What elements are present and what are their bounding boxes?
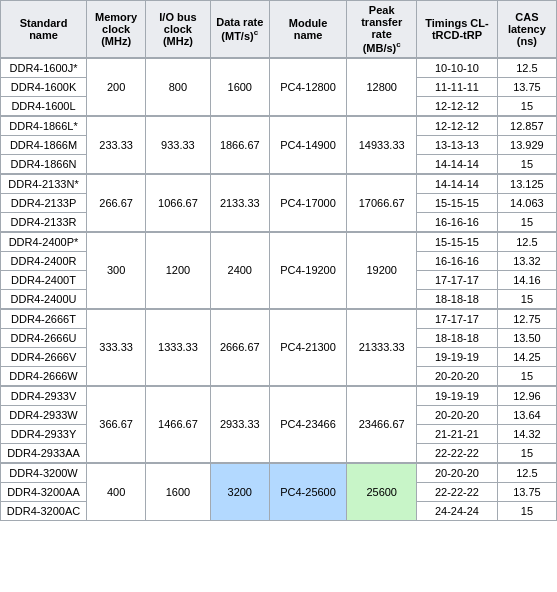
cell-io-clock: 800 xyxy=(146,58,211,116)
cell-cas-latency: 13.32 xyxy=(497,251,556,270)
cell-standard: DDR4-3200AA xyxy=(1,482,87,501)
cell-io-clock: 1600 xyxy=(146,463,211,521)
cell-standard: DDR4-2400T xyxy=(1,270,87,289)
cell-cas-latency: 13.929 xyxy=(497,135,556,154)
cell-memory-clock: 266.67 xyxy=(87,174,146,232)
cell-standard: DDR4-2666W xyxy=(1,366,87,386)
cell-timings: 12-12-12 xyxy=(417,116,498,136)
cell-timings: 11-11-11 xyxy=(417,77,498,96)
cell-peak-transfer: 25600 xyxy=(347,463,417,521)
cell-data-rate: 1600 xyxy=(210,58,269,116)
cell-timings: 14-14-14 xyxy=(417,174,498,194)
cell-memory-clock: 233.33 xyxy=(87,116,146,174)
header-standard: Standard name xyxy=(1,1,87,58)
cell-io-clock: 1333.33 xyxy=(146,309,211,386)
cell-standard: DDR4-2133N* xyxy=(1,174,87,194)
cell-data-rate: 2933.33 xyxy=(210,386,269,463)
cell-cas-latency: 12.5 xyxy=(497,463,556,483)
header-module: Module name xyxy=(269,1,346,58)
cell-data-rate: 2133.33 xyxy=(210,174,269,232)
cell-data-rate: 2400 xyxy=(210,232,269,309)
cell-memory-clock: 366.67 xyxy=(87,386,146,463)
cell-timings: 15-15-15 xyxy=(417,232,498,252)
cell-cas-latency: 14.32 xyxy=(497,424,556,443)
header-timings: Timings CL-tRCD-tRP xyxy=(417,1,498,58)
cell-cas-latency: 15 xyxy=(497,443,556,463)
cell-peak-transfer: 21333.33 xyxy=(347,309,417,386)
cell-standard: DDR4-2400R xyxy=(1,251,87,270)
cell-io-clock: 1066.67 xyxy=(146,174,211,232)
cell-timings: 12-12-12 xyxy=(417,96,498,116)
cell-cas-latency: 12.96 xyxy=(497,386,556,406)
cell-cas-latency: 15 xyxy=(497,289,556,309)
cell-timings: 18-18-18 xyxy=(417,289,498,309)
cell-timings: 19-19-19 xyxy=(417,386,498,406)
cell-data-rate: 3200 xyxy=(210,463,269,521)
header-data: Data rate (MT/s)c xyxy=(210,1,269,58)
cell-memory-clock: 200 xyxy=(87,58,146,116)
cell-module-name: PC4-25600 xyxy=(269,463,346,521)
cell-timings: 22-22-22 xyxy=(417,443,498,463)
cell-memory-clock: 300 xyxy=(87,232,146,309)
header-cas: CAS latency (ns) xyxy=(497,1,556,58)
cell-timings: 17-17-17 xyxy=(417,309,498,329)
cell-cas-latency: 13.64 xyxy=(497,405,556,424)
cell-cas-latency: 15 xyxy=(497,366,556,386)
cell-cas-latency: 15 xyxy=(497,96,556,116)
cell-timings: 20-20-20 xyxy=(417,366,498,386)
cell-cas-latency: 13.75 xyxy=(497,482,556,501)
cell-timings: 22-22-22 xyxy=(417,482,498,501)
cell-timings: 10-10-10 xyxy=(417,58,498,78)
cell-standard: DDR4-1600J* xyxy=(1,58,87,78)
cell-timings: 14-14-14 xyxy=(417,154,498,174)
cell-cas-latency: 15 xyxy=(497,212,556,232)
cell-standard: DDR4-3200W xyxy=(1,463,87,483)
cell-cas-latency: 13.50 xyxy=(497,328,556,347)
cell-module-name: PC4-21300 xyxy=(269,309,346,386)
cell-peak-transfer: 14933.33 xyxy=(347,116,417,174)
ddr4-specs-table: Standard name Memory clock (MHz) I/O bus… xyxy=(0,0,557,521)
cell-timings: 20-20-20 xyxy=(417,405,498,424)
header-memory: Memory clock (MHz) xyxy=(87,1,146,58)
cell-standard: DDR4-2133P xyxy=(1,193,87,212)
cell-timings: 16-16-16 xyxy=(417,251,498,270)
cell-standard: DDR4-2933W xyxy=(1,405,87,424)
cell-standard: DDR4-2133R xyxy=(1,212,87,232)
cell-standard: DDR4-1866N xyxy=(1,154,87,174)
cell-cas-latency: 14.16 xyxy=(497,270,556,289)
cell-timings: 19-19-19 xyxy=(417,347,498,366)
cell-cas-latency: 14.063 xyxy=(497,193,556,212)
cell-standard: DDR4-3200AC xyxy=(1,501,87,520)
cell-timings: 13-13-13 xyxy=(417,135,498,154)
cell-peak-transfer: 19200 xyxy=(347,232,417,309)
cell-standard: DDR4-1866L* xyxy=(1,116,87,136)
cell-module-name: PC4-19200 xyxy=(269,232,346,309)
cell-peak-transfer: 17066.67 xyxy=(347,174,417,232)
cell-module-name: PC4-14900 xyxy=(269,116,346,174)
cell-timings: 24-24-24 xyxy=(417,501,498,520)
cell-cas-latency: 12.857 xyxy=(497,116,556,136)
cell-timings: 17-17-17 xyxy=(417,270,498,289)
cell-cas-latency: 14.25 xyxy=(497,347,556,366)
cell-memory-clock: 333.33 xyxy=(87,309,146,386)
cell-cas-latency: 13.75 xyxy=(497,77,556,96)
cell-timings: 15-15-15 xyxy=(417,193,498,212)
header-io: I/O bus clock (MHz) xyxy=(146,1,211,58)
cell-standard: DDR4-2933Y xyxy=(1,424,87,443)
cell-cas-latency: 15 xyxy=(497,154,556,174)
cell-timings: 18-18-18 xyxy=(417,328,498,347)
cell-standard: DDR4-2400P* xyxy=(1,232,87,252)
cell-peak-transfer: 23466.67 xyxy=(347,386,417,463)
cell-standard: DDR4-2933V xyxy=(1,386,87,406)
cell-cas-latency: 15 xyxy=(497,501,556,520)
cell-standard: DDR4-2400U xyxy=(1,289,87,309)
cell-standard: DDR4-2666U xyxy=(1,328,87,347)
cell-standard: DDR4-2933AA xyxy=(1,443,87,463)
cell-cas-latency: 12.75 xyxy=(497,309,556,329)
cell-peak-transfer: 12800 xyxy=(347,58,417,116)
cell-standard: DDR4-2666T xyxy=(1,309,87,329)
cell-module-name: PC4-17000 xyxy=(269,174,346,232)
cell-io-clock: 1200 xyxy=(146,232,211,309)
cell-standard: DDR4-1866M xyxy=(1,135,87,154)
cell-standard: DDR4-1600L xyxy=(1,96,87,116)
